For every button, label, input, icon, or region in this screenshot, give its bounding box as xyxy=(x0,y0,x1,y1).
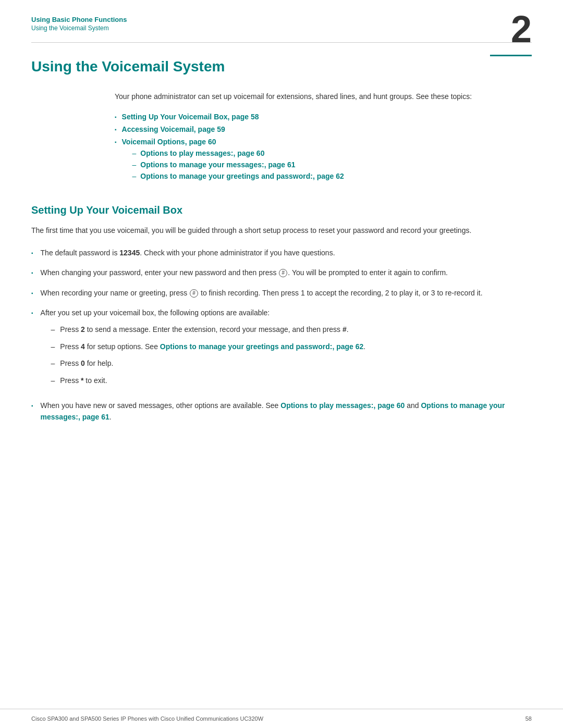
sub-bullet-4-2: Press 4 for setup options. See Options t… xyxy=(51,341,532,352)
bullet-2-content: When changing your password, enter your … xyxy=(41,267,532,278)
bullet-4-content: After you set up your voicemail box, the… xyxy=(41,307,532,391)
sub-bullet-4-4-content: Press * to exit. xyxy=(60,375,532,386)
header: Using Basic Phone Functions Using the Vo… xyxy=(0,0,563,32)
chapter-number: 2 xyxy=(511,10,532,48)
toc-list: Setting Up Your Voicemail Box, page 58 A… xyxy=(115,113,532,183)
toc-item-2: Accessing Voicemail, page 59 xyxy=(115,125,532,133)
section1-heading: Setting Up Your Voicemail Box xyxy=(31,204,532,216)
bullet-5-content: When you have new or saved messages, oth… xyxy=(41,400,532,423)
link-manage-messages[interactable]: Options to manage your messages:, page 6… xyxy=(41,401,505,421)
sub-bullet-4-3-content: Press 0 for help. xyxy=(60,357,532,369)
bullet-1-content: The default password is 12345. Check wit… xyxy=(41,247,532,258)
bullet-3-content: When recording your name or greeting, pr… xyxy=(41,287,532,299)
bullet-4: After you set up your voicemail box, the… xyxy=(31,307,532,391)
chapter-number-line xyxy=(490,55,532,56)
page-container: Using Basic Phone Functions Using the Vo… xyxy=(0,0,563,728)
toc-subitem-1: Options to play messages:, page 60 xyxy=(132,149,344,157)
toc-link-3[interactable]: Voicemail Options, page 60 xyxy=(122,138,216,146)
hash-icon-1: # xyxy=(279,269,287,277)
toc-link-2[interactable]: Accessing Voicemail, page 59 xyxy=(122,125,225,133)
toc-sublist: Options to play messages:, page 60 Optio… xyxy=(132,149,344,180)
bullet-5: When you have new or saved messages, oth… xyxy=(31,400,532,423)
link-greetings[interactable]: Options to manage your greetings and pas… xyxy=(160,342,364,351)
bullet-2: When changing your password, enter your … xyxy=(31,267,532,278)
sub-bullet-4-3: Press 0 for help. xyxy=(51,357,532,369)
toc-sublink-1[interactable]: Options to play messages:, page 60 xyxy=(140,149,264,157)
toc-subitem-2: Options to manage your messages:, page 6… xyxy=(132,161,344,169)
chapter-label: Using Basic Phone Functions xyxy=(31,16,532,23)
sub-bullet-4-1-content: Press 2 to send a message. Enter the ext… xyxy=(60,324,532,335)
hash-icon-2: # xyxy=(190,289,198,298)
toc-item-3: Voicemail Options, page 60 Options to pl… xyxy=(115,138,532,183)
chapter-sublabel: Using the Voicemail System xyxy=(31,24,532,32)
link-play-messages[interactable]: Options to play messages:, page 60 xyxy=(280,401,405,410)
toc-item-1: Setting Up Your Voicemail Box, page 58 xyxy=(115,113,532,121)
sub-bullet-list-4: Press 2 to send a message. Enter the ext… xyxy=(51,324,532,386)
page-title: Using the Voicemail System xyxy=(31,58,532,75)
footer-page: 58 xyxy=(525,715,532,722)
toc-subitem-3: Options to manage your greetings and pas… xyxy=(132,172,344,180)
main-content: Using the Voicemail System Your phone ad… xyxy=(0,43,563,454)
sub-bullet-4-2-content: Press 4 for setup options. See Options t… xyxy=(60,341,532,352)
sub-bullet-4-4: Press * to exit. xyxy=(51,375,532,386)
toc-link-1[interactable]: Setting Up Your Voicemail Box, page 58 xyxy=(122,113,259,121)
toc-sublink-3[interactable]: Options to manage your greetings and pas… xyxy=(140,172,344,180)
bullet-1: The default password is 12345. Check wit… xyxy=(31,247,532,258)
intro-text: Your phone administrator can set up voic… xyxy=(115,91,532,102)
footer: Cisco SPA300 and SPA500 Series IP Phones… xyxy=(0,709,563,728)
section1-bullet-list: The default password is 12345. Check wit… xyxy=(31,247,532,423)
section1-intro: The first time that you use voicemail, y… xyxy=(31,225,532,236)
toc-sublink-2[interactable]: Options to manage your messages:, page 6… xyxy=(140,161,295,169)
sub-bullet-4-1: Press 2 to send a message. Enter the ext… xyxy=(51,324,532,335)
bullet-3: When recording your name or greeting, pr… xyxy=(31,287,532,299)
footer-text: Cisco SPA300 and SPA500 Series IP Phones… xyxy=(31,715,525,722)
